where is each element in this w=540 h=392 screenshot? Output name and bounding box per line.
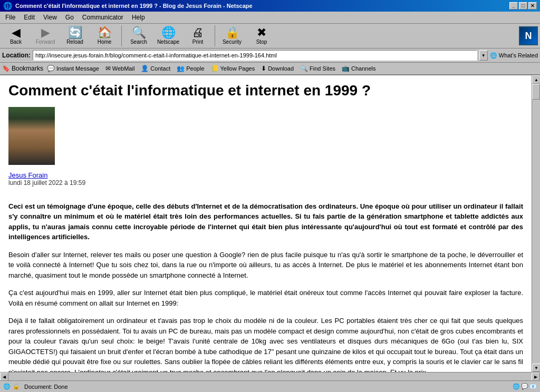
- status-bar: 🌐 🔒 Document: Done 🌐 💬 📧: [0, 380, 540, 392]
- stop-icon: ✖: [257, 27, 266, 38]
- menu-communicator[interactable]: Communicator: [79, 13, 127, 22]
- people-label: People: [186, 65, 204, 72]
- whats-related-label: What's Related: [499, 52, 538, 58]
- stop-button[interactable]: ✖ Stop: [248, 25, 275, 46]
- personalbar-item-yellow-pages[interactable]: 📒 Yellow Pages: [208, 64, 258, 73]
- reload-icon: 🔄: [68, 27, 82, 38]
- scroll-up-button[interactable]: ▲: [532, 75, 540, 84]
- location-label: Location:: [2, 52, 31, 59]
- paragraph-4: Déjà il te fallait obligatoirement un or…: [8, 316, 523, 372]
- location-bar: Location: ▼ 🌐 What's Related: [0, 48, 540, 63]
- webmail-icon: ✉: [105, 65, 111, 72]
- whats-related-button[interactable]: 🌐 What's Related: [490, 52, 538, 59]
- taskbar-icon-2: 💬: [521, 383, 528, 390]
- paragraph-3: Ça c'est aujourd'hui mais en 1999, aller…: [8, 288, 523, 308]
- page-title: Comment c'était l'informatique et intern…: [8, 82, 523, 100]
- content-area: Comment c'était l'informatique et intern…: [0, 75, 540, 372]
- back-label: Back: [10, 39, 22, 45]
- vertical-scrollbar[interactable]: ▲ ▼: [532, 75, 540, 372]
- personalbar-item-webmail[interactable]: ✉ WebMail: [103, 64, 138, 73]
- search-icon: 🔍: [132, 27, 146, 38]
- menu-help[interactable]: Help: [129, 13, 148, 22]
- search-button[interactable]: 🔍 Search: [125, 25, 152, 46]
- scroll-right-button[interactable]: ▶: [532, 373, 540, 381]
- menu-bar: File Edit View Go Communicator Help: [0, 12, 540, 24]
- taskbar-icon-3: 📧: [529, 383, 537, 390]
- reload-label: Reload: [66, 39, 83, 45]
- forward-icon: ▶: [41, 27, 50, 38]
- reload-button[interactable]: 🔄 Reload: [61, 25, 89, 46]
- personalbar-item-find-sites[interactable]: 🔍 Find Sites: [297, 64, 338, 73]
- status-icon: 🌐: [3, 383, 11, 390]
- window-title: Comment c'était l'informatique et intern…: [15, 3, 253, 9]
- print-button[interactable]: 🖨 Print: [184, 25, 211, 46]
- minimize-button[interactable]: _: [509, 2, 518, 9]
- security-button[interactable]: 🔒 Security: [218, 25, 246, 46]
- content-scroll[interactable]: Comment c'était l'informatique et intern…: [0, 75, 532, 372]
- yellow-pages-icon: 📒: [211, 65, 219, 72]
- stop-label: Stop: [256, 39, 267, 45]
- paragraph-2: Besoin d'aller sur Internet, relever tes…: [8, 250, 523, 281]
- home-button[interactable]: 🏠 Home: [91, 25, 118, 46]
- whats-related-icon: 🌐: [490, 52, 497, 59]
- personalbar-item-instant-message[interactable]: 💬 Instant Message: [44, 64, 102, 73]
- print-label: Print: [192, 39, 204, 45]
- status-icons: 🌐 💬 📧: [513, 383, 537, 390]
- personalbar-item-contact[interactable]: 👤 Contact: [138, 64, 173, 73]
- menu-edit[interactable]: Edit: [21, 13, 38, 22]
- toolbar: ◀ Back ▶ Forward 🔄 Reload 🏠 Home 🔍 Searc…: [0, 24, 540, 48]
- netscape-button[interactable]: 🌐 Netscape: [155, 25, 182, 46]
- paragraph-1: Ceci est un témoignage d'une époque, cel…: [8, 201, 523, 242]
- connection-icon: 🔒: [13, 383, 20, 390]
- personalbar-item-channels[interactable]: 📺 Channels: [339, 64, 378, 73]
- author-photo: [8, 107, 55, 165]
- find-sites-icon: 🔍: [300, 65, 308, 72]
- location-dropdown[interactable]: ▼: [479, 50, 488, 61]
- scroll-track[interactable]: [532, 84, 540, 364]
- hscroll-track[interactable]: [8, 373, 532, 380]
- home-icon: 🏠: [98, 27, 112, 38]
- personal-bar: 🔖 Bookmarks 💬 Instant Message ✉ WebMail …: [0, 63, 540, 75]
- security-icon: 🔒: [225, 27, 239, 38]
- scroll-down-button[interactable]: ▼: [532, 364, 540, 372]
- personalbar-item-download[interactable]: ⬇ Download: [258, 64, 296, 73]
- search-label: Search: [130, 39, 147, 45]
- author-date: lundi 18 juillet 2022 à 19:59: [8, 179, 85, 187]
- bookmarks-icon: 🔖: [2, 65, 10, 72]
- scroll-thumb[interactable]: [532, 84, 540, 100]
- toolbar-separator: [121, 25, 122, 46]
- find-sites-label: Find Sites: [310, 65, 335, 72]
- location-input[interactable]: [33, 50, 477, 61]
- download-icon: ⬇: [261, 65, 266, 72]
- forward-button[interactable]: ▶ Forward: [32, 25, 59, 46]
- menu-file[interactable]: File: [2, 13, 18, 22]
- personalbar-item-people[interactable]: 👥 People: [174, 64, 207, 73]
- channels-icon: 📺: [342, 65, 350, 72]
- netscape-logo: N: [519, 26, 538, 45]
- webmail-label: WebMail: [112, 65, 135, 72]
- netscape-label: Netscape: [157, 39, 179, 45]
- maximize-button[interactable]: □: [519, 2, 527, 9]
- print-icon: 🖨: [192, 27, 204, 38]
- close-button[interactable]: ✕: [528, 2, 537, 9]
- menu-view[interactable]: View: [40, 13, 60, 22]
- instant-message-label: Instant Message: [56, 65, 99, 72]
- channels-label: Channels: [351, 65, 375, 72]
- yellow-pages-label: Yellow Pages: [220, 65, 255, 72]
- bookmarks-text: Bookmarks: [12, 65, 43, 72]
- download-label: Download: [268, 65, 294, 72]
- scroll-left-button[interactable]: ◀: [0, 373, 8, 381]
- forward-label: Forward: [36, 39, 55, 45]
- back-icon: ◀: [12, 27, 21, 38]
- menu-go[interactable]: Go: [62, 13, 77, 22]
- browser-icon: 🌐: [3, 2, 12, 10]
- security-label: Security: [223, 39, 242, 45]
- contact-icon: 👤: [141, 65, 149, 72]
- taskbar-icon-1: 🌐: [513, 383, 520, 390]
- instant-message-icon: 💬: [47, 65, 55, 72]
- back-button[interactable]: ◀ Back: [2, 25, 30, 46]
- toolbar-separator-2: [215, 25, 215, 46]
- bookmarks-label[interactable]: 🔖 Bookmarks: [2, 65, 43, 72]
- author-name-link[interactable]: Jesus Forain: [8, 171, 85, 179]
- horizontal-scrollbar[interactable]: ◀ ▶: [0, 372, 540, 380]
